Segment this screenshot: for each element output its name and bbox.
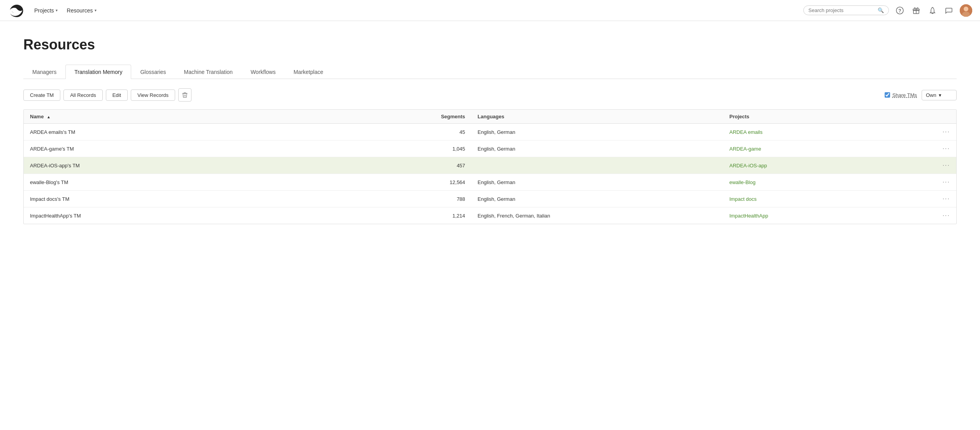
delete-button[interactable] [178, 88, 191, 102]
table-row[interactable]: ewalle-Blog's TM 12,564 English, German … [24, 174, 956, 191]
tabs-bar: Managers Translation Memory Glossaries M… [23, 65, 957, 79]
project-link[interactable]: ARDEA-iOS-app [729, 163, 767, 168]
cell-project: ARDEA-iOS-app [723, 157, 910, 174]
cell-languages: English, German [471, 191, 723, 207]
cell-name: ewalle-Blog's TM [24, 174, 378, 191]
table-row[interactable]: Impact docs's TM 788 English, German Imp… [24, 191, 956, 207]
logo[interactable] [8, 4, 26, 18]
column-actions [910, 110, 956, 124]
column-languages: Languages [471, 110, 723, 124]
cell-segments: 12,564 [378, 174, 471, 191]
cell-project: ARDEA emails [723, 124, 910, 140]
tab-managers[interactable]: Managers [23, 65, 65, 79]
tab-workflows[interactable]: Workflows [242, 65, 285, 79]
nav-projects[interactable]: Projects ▾ [30, 5, 61, 16]
share-tms-control[interactable]: Share TMs [885, 92, 917, 98]
navbar-right: 🔍 ? [803, 4, 972, 17]
filter-dropdown[interactable]: Own ▾ [922, 90, 957, 100]
cell-segments: 1,214 [378, 207, 471, 224]
table-row[interactable]: ImpactHealthApp's TM 1,214 English, Fren… [24, 207, 956, 224]
gift-icon[interactable] [911, 5, 922, 16]
tab-machine-translation[interactable]: Machine Translation [175, 65, 242, 79]
cell-languages: English, German [471, 140, 723, 157]
cell-name: ARDEA-iOS-app's TM [24, 157, 378, 174]
all-records-button[interactable]: All Records [63, 90, 102, 101]
column-segments: Segments [378, 110, 471, 124]
toolbar: Create TM All Records Edit View Records … [23, 88, 957, 102]
share-tms-label: Share TMs [892, 92, 917, 98]
page-title: Resources [23, 37, 957, 53]
bell-icon[interactable] [927, 5, 938, 16]
cell-languages: English, German [471, 124, 723, 140]
column-name[interactable]: Name ▲ [24, 110, 378, 124]
row-actions-button[interactable]: ··· [910, 191, 956, 207]
table-row[interactable]: ARDEA-iOS-app's TM 457 ARDEA-iOS-app ··· [24, 157, 956, 174]
toolbar-right: Share TMs Own ▾ [885, 90, 957, 100]
search-input[interactable] [808, 7, 876, 13]
navbar-nav: Projects ▾ Resources ▾ [30, 5, 100, 16]
tab-translation-memory[interactable]: Translation Memory [65, 65, 131, 79]
cell-languages: English, French, German, Italian [471, 207, 723, 224]
row-actions-button[interactable]: ··· [910, 207, 956, 224]
column-projects: Projects [723, 110, 910, 124]
chat-icon[interactable] [943, 5, 954, 16]
cell-name: ImpactHealthApp's TM [24, 207, 378, 224]
cell-segments: 1,045 [378, 140, 471, 157]
cell-name: Impact docs's TM [24, 191, 378, 207]
main-content: Resources Managers Translation Memory Gl… [0, 21, 980, 240]
search-box[interactable]: 🔍 [803, 5, 889, 15]
view-records-button[interactable]: View Records [131, 90, 175, 101]
svg-point-5 [964, 7, 968, 11]
cell-segments: 788 [378, 191, 471, 207]
row-actions-button[interactable]: ··· [910, 174, 956, 191]
tab-marketplace[interactable]: Marketplace [285, 65, 332, 79]
project-link[interactable]: ARDEA-game [729, 146, 761, 152]
tm-table: Name ▲ Segments Languages Projects [23, 109, 957, 224]
project-link[interactable]: ARDEA emails [729, 129, 762, 135]
table-row[interactable]: ARDEA emails's TM 45 English, German ARD… [24, 124, 956, 140]
project-link[interactable]: Impact docs [729, 196, 757, 202]
cell-segments: 457 [378, 157, 471, 174]
trash-icon [182, 92, 188, 98]
cell-project: Impact docs [723, 191, 910, 207]
cell-segments: 45 [378, 124, 471, 140]
tab-glossaries[interactable]: Glossaries [131, 65, 175, 79]
nav-projects-chevron: ▾ [56, 8, 58, 12]
nav-resources-chevron: ▾ [95, 8, 97, 12]
help-icon[interactable]: ? [894, 5, 905, 16]
cell-languages [471, 157, 723, 174]
table-body: ARDEA emails's TM 45 English, German ARD… [24, 124, 956, 224]
cell-languages: English, German [471, 174, 723, 191]
nav-resources[interactable]: Resources ▾ [63, 5, 100, 16]
edit-button[interactable]: Edit [106, 90, 128, 101]
row-actions-button[interactable]: ··· [910, 157, 956, 174]
search-icon: 🔍 [878, 7, 884, 13]
project-link[interactable]: ImpactHealthApp [729, 213, 768, 219]
svg-text:?: ? [898, 8, 901, 14]
cell-name: ARDEA emails's TM [24, 124, 378, 140]
avatar[interactable] [960, 4, 972, 17]
filter-dropdown-value: Own [926, 92, 936, 98]
navbar: Projects ▾ Resources ▾ 🔍 ? [0, 0, 980, 21]
table-row[interactable]: ARDEA-game's TM 1,045 English, German AR… [24, 140, 956, 157]
row-actions-button[interactable]: ··· [910, 140, 956, 157]
nav-projects-label: Projects [34, 7, 54, 14]
cell-name: ARDEA-game's TM [24, 140, 378, 157]
nav-resources-label: Resources [67, 7, 93, 14]
project-link[interactable]: ewalle-Blog [729, 179, 755, 185]
dropdown-arrow-icon: ▾ [939, 92, 941, 98]
share-tms-checkbox[interactable] [885, 92, 890, 98]
cell-project: ImpactHealthApp [723, 207, 910, 224]
avatar-image [960, 4, 972, 17]
row-actions-button[interactable]: ··· [910, 124, 956, 140]
sort-arrow-icon: ▲ [47, 115, 51, 119]
cell-project: ARDEA-game [723, 140, 910, 157]
table-header: Name ▲ Segments Languages Projects [24, 110, 956, 124]
cell-project: ewalle-Blog [723, 174, 910, 191]
create-tm-button[interactable]: Create TM [23, 90, 60, 101]
